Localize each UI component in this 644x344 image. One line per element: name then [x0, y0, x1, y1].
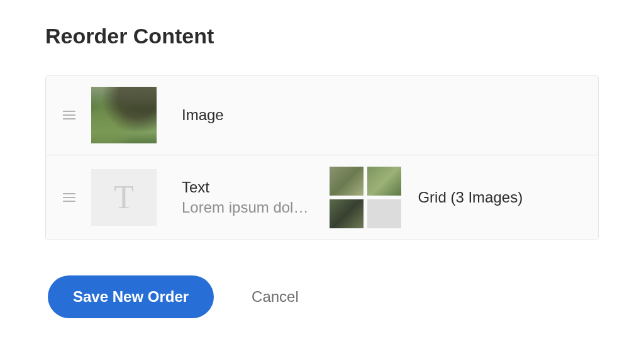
svg-rect-0: [63, 111, 75, 112]
content-row-image[interactable]: Image: [46, 75, 598, 155]
grid-thumb: [330, 199, 364, 228]
item-label: Grid (3 Images): [418, 189, 523, 206]
grid-thumbnails: [330, 167, 401, 228]
page-title: Reorder Content: [45, 24, 599, 48]
cancel-button[interactable]: Cancel: [252, 288, 299, 306]
svg-rect-2: [63, 118, 75, 119]
grid-thumb: [367, 167, 401, 196]
drag-handle-icon[interactable]: [62, 193, 76, 202]
svg-rect-3: [63, 193, 75, 194]
grid-thumb-empty: [367, 199, 401, 228]
actions-bar: Save New Order Cancel: [45, 275, 599, 318]
image-thumbnail: [91, 87, 157, 143]
grid-thumb: [330, 167, 364, 196]
content-row-text-grid[interactable]: T Text Lorem ipsum dol… Grid (3 Images): [46, 155, 598, 240]
svg-rect-5: [63, 201, 75, 202]
item-label: Image: [182, 106, 224, 124]
content-list: Image T Text Lorem ipsum dol…: [45, 75, 599, 240]
text-icon: T: [114, 181, 134, 214]
svg-rect-4: [63, 197, 75, 198]
text-thumbnail: T: [91, 169, 157, 226]
item-subtitle: Lorem ipsum dol…: [182, 199, 308, 216]
item-label: Text: [182, 179, 308, 196]
save-button[interactable]: Save New Order: [48, 275, 214, 318]
svg-rect-1: [63, 114, 75, 116]
drag-handle-icon[interactable]: [62, 111, 76, 119]
